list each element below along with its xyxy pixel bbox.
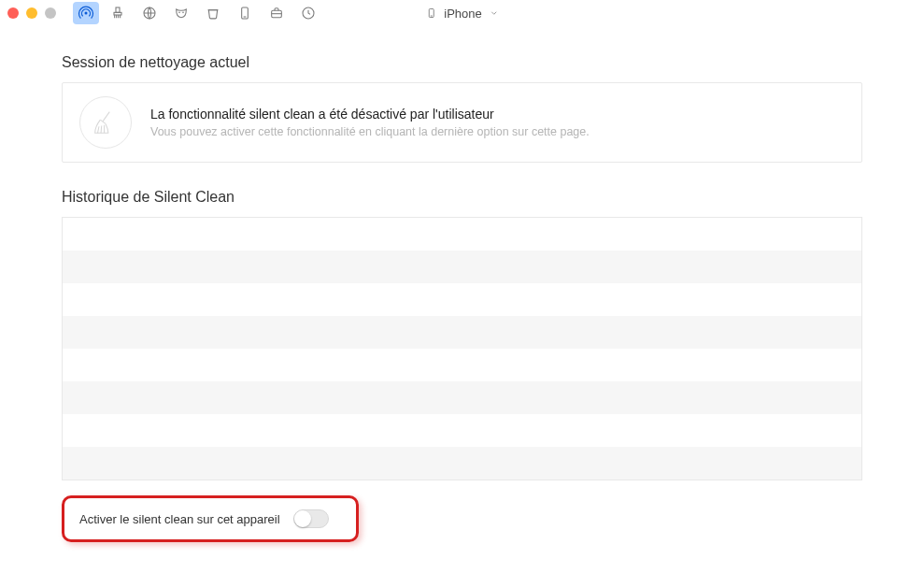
table-row <box>63 316 861 349</box>
zoom-window-button[interactable] <box>45 7 56 19</box>
activate-label: Activer le silent clean sur cet appareil <box>79 512 280 526</box>
brush-icon[interactable] <box>105 2 131 24</box>
airdrop-icon[interactable] <box>73 2 99 24</box>
svg-rect-2 <box>114 12 121 15</box>
table-row <box>63 251 861 283</box>
phone-icon[interactable] <box>232 2 258 24</box>
session-heading: Session de nettoyage actuel <box>62 54 862 71</box>
svg-rect-1 <box>116 7 120 12</box>
broom-icon <box>79 96 132 149</box>
mask-icon[interactable] <box>168 2 194 24</box>
toggle-knob <box>294 510 311 527</box>
session-title: La fonctionnalité silent clean a été dés… <box>150 107 590 122</box>
device-selector[interactable]: iPhone <box>425 7 498 21</box>
session-info-text: La fonctionnalité silent clean a été dés… <box>150 107 590 138</box>
close-window-button[interactable] <box>7 7 19 19</box>
session-subtitle: Vous pouvez activer cette fonctionnalité… <box>150 125 590 138</box>
window-titlebar: iPhone <box>0 0 924 26</box>
session-info-card: La fonctionnalité silent clean a été dés… <box>62 82 862 163</box>
table-row <box>63 381 861 414</box>
minimize-window-button[interactable] <box>26 7 37 19</box>
history-table <box>62 217 862 480</box>
main-content: Session de nettoyage actuel La fonctionn… <box>0 26 924 542</box>
svg-point-4 <box>178 12 180 14</box>
device-label: iPhone <box>444 7 481 21</box>
svg-point-0 <box>85 12 88 15</box>
activate-toggle[interactable] <box>293 509 329 528</box>
table-row <box>63 218 861 251</box>
window-controls <box>7 7 56 19</box>
table-row <box>63 349 861 381</box>
svg-point-5 <box>182 12 184 14</box>
phone-small-icon <box>425 7 436 20</box>
globe-icon[interactable] <box>136 2 163 24</box>
activate-silent-clean-box: Activer le silent clean sur cet appareil <box>62 495 359 542</box>
history-heading: Historique de Silent Clean <box>62 189 862 206</box>
table-row <box>63 447 861 480</box>
table-row <box>63 283 861 316</box>
trash-icon[interactable] <box>200 2 226 24</box>
toolbar <box>73 2 321 24</box>
table-row <box>63 414 861 447</box>
chevron-down-icon <box>490 8 499 18</box>
briefcase-icon[interactable] <box>263 2 290 24</box>
history-icon[interactable] <box>295 2 321 24</box>
